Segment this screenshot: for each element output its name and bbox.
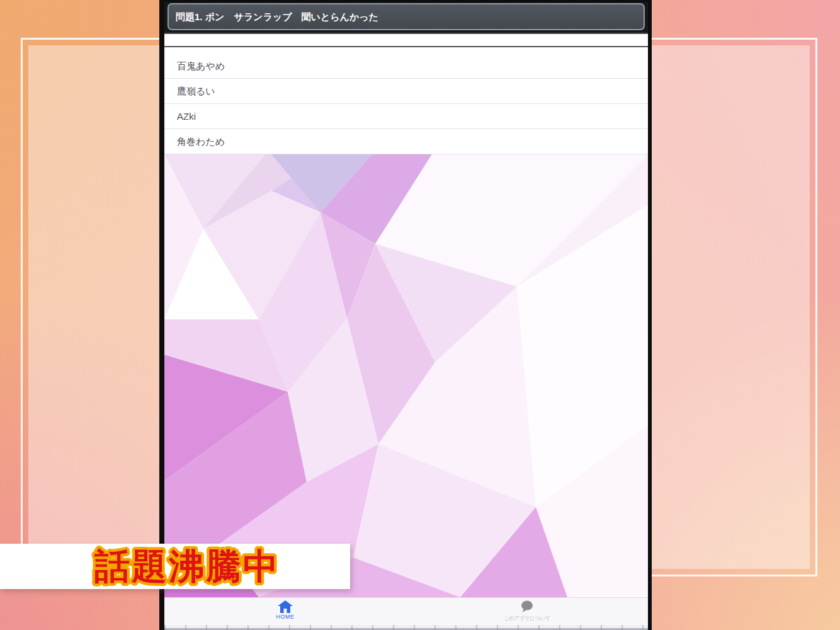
answer-options-list: 百鬼あやめ 鷹嶺るい AZki 角巻わため: [164, 47, 648, 154]
question-header: 問題1. ポン サランラップ 聞いとらんかった: [167, 3, 645, 30]
tab-about[interactable]: このアプリについて: [406, 598, 648, 624]
bottom-tab-bar: HOME このアプリについて: [164, 597, 648, 624]
quiz-app-window: 問題1. ポン サランラップ 聞いとらんかった 百鬼あやめ 鷹嶺るい AZki …: [159, 0, 652, 630]
promo-banner: 話題沸騰中: [0, 544, 350, 589]
home-icon: [278, 600, 293, 613]
answer-option-4[interactable]: 角巻わため: [164, 129, 648, 154]
promo-banner-text: 話題沸騰中: [94, 546, 280, 586]
lowpoly-pattern-svg: [164, 154, 648, 597]
tab-home[interactable]: HOME: [164, 598, 406, 624]
promo-banner-svg: 話題沸騰中: [0, 544, 350, 589]
header-separator-bar: [164, 33, 648, 47]
chat-bubble-icon: [519, 600, 535, 613]
tab-about-label: このアプリについて: [504, 615, 550, 622]
answer-option-3[interactable]: AZki: [164, 104, 648, 129]
answer-option-1[interactable]: 百鬼あやめ: [164, 54, 648, 79]
answer-option-2[interactable]: 鷹嶺るい: [164, 79, 648, 104]
quiz-app-content: 問題1. ポン サランラップ 聞いとらんかった 百鬼あやめ 鷹嶺るい AZki …: [164, 2, 648, 630]
timeline-ruler-strip: [164, 624, 648, 630]
lowpoly-background: [164, 154, 648, 597]
tab-home-label: HOME: [276, 614, 295, 620]
question-header-zone: 問題1. ポン サランラップ 聞いとらんかった: [164, 2, 648, 33]
desktop-wallpaper: { "background": { "corner_colors": { "to…: [0, 0, 840, 630]
